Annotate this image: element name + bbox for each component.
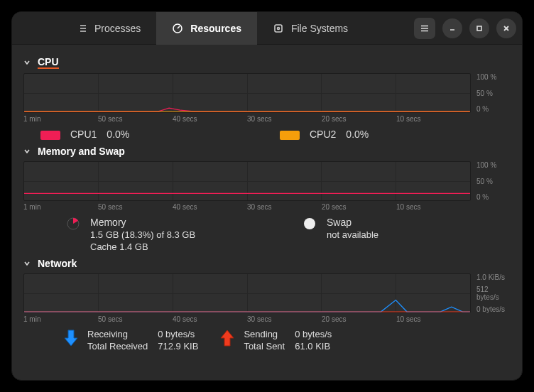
cpu1-legend-item[interactable]: CPU1 0.0% xyxy=(40,129,271,140)
swap-usage: not available xyxy=(327,229,378,240)
xtick: 40 secs xyxy=(173,315,247,323)
xtick: 20 secs xyxy=(322,203,396,211)
section-title: Network xyxy=(38,258,77,269)
memory-chart: 100 % 50 % 0 % xyxy=(23,161,511,201)
titlebar: Processes Resources File Systems xyxy=(12,12,522,45)
xtick: 50 secs xyxy=(98,315,173,323)
svg-line-7 xyxy=(178,26,180,28)
ytick: 0 % xyxy=(476,105,511,113)
memory-chart-area xyxy=(23,161,471,201)
xtick: 10 secs xyxy=(396,115,471,123)
memory-x-axis: 1 min 50 secs 40 secs 30 secs 20 secs 10… xyxy=(23,203,511,211)
cpu1-swatch xyxy=(40,131,60,140)
cpu-legend: CPU1 0.0% CPU2 0.0% xyxy=(23,129,511,140)
legend-label: CPU2 xyxy=(310,129,336,140)
send-rate: 0 bytes/s xyxy=(295,329,332,339)
ytick: 50 % xyxy=(476,89,511,97)
memory-y-axis: 100 % 50 % 0 % xyxy=(474,161,511,201)
send-label: Sending xyxy=(244,329,285,339)
memory-title: Memory xyxy=(90,217,195,228)
legend-value: 0.0% xyxy=(346,129,369,140)
xtick: 1 min xyxy=(23,315,98,323)
network-x-axis: 1 min 50 secs 40 secs 30 secs 20 secs 10… xyxy=(23,315,511,323)
tab-label: Resources xyxy=(190,23,241,34)
swap-item[interactable]: Swap not available xyxy=(303,217,511,252)
recv-label: Receiving xyxy=(87,329,148,339)
cpu-chart-area xyxy=(23,73,471,113)
cpu-section-header[interactable]: CPU xyxy=(23,56,511,69)
ytick: 1.0 KiB/s xyxy=(476,273,511,281)
memory-item[interactable]: Memory 1.5 GB (18.3%) of 8.3 GB Cache 1.… xyxy=(66,217,274,252)
tab-bar: Processes Resources File Systems xyxy=(60,12,364,45)
memory-pie-icon xyxy=(66,217,80,231)
chevron-down-icon xyxy=(23,147,32,156)
maximize-button[interactable] xyxy=(469,18,489,38)
list-icon xyxy=(76,23,87,34)
network-y-axis: 1.0 KiB/s 512 bytes/s 0 bytes/s xyxy=(474,273,511,313)
swap-pie-icon xyxy=(303,217,317,231)
recv-total-label: Total Received xyxy=(87,341,148,352)
tab-filesystems[interactable]: File Systems xyxy=(257,12,364,45)
cpu2-swatch xyxy=(280,131,300,140)
send-total-label: Total Sent xyxy=(244,341,285,352)
xtick: 20 secs xyxy=(322,115,396,123)
ytick: 50 % xyxy=(476,178,511,185)
xtick: 40 secs xyxy=(173,115,247,123)
tab-resources[interactable]: Resources xyxy=(156,12,257,45)
network-chart-area xyxy=(23,273,471,313)
xtick: 10 secs xyxy=(396,315,471,323)
tab-label: File Systems xyxy=(291,23,348,34)
xtick: 50 secs xyxy=(98,203,173,211)
chevron-down-icon xyxy=(23,58,32,67)
ytick: 512 bytes/s xyxy=(476,285,511,301)
xtick: 1 min xyxy=(23,115,98,123)
memory-legend: Memory 1.5 GB (18.3%) of 8.3 GB Cache 1.… xyxy=(23,217,511,252)
svg-rect-14 xyxy=(477,26,481,31)
section-title: CPU xyxy=(38,56,59,69)
xtick: 30 secs xyxy=(247,203,322,211)
swap-title: Swap xyxy=(327,217,378,228)
svg-rect-8 xyxy=(275,25,282,32)
ytick: 0 % xyxy=(476,193,511,201)
content-area: CPU 100 % 50 % 0 % 1 min 50 secs 4 xyxy=(12,45,522,380)
xtick: 30 secs xyxy=(247,315,322,323)
hamburger-menu-button[interactable] xyxy=(414,18,435,39)
ytick: 0 bytes/s xyxy=(476,305,511,313)
legend-label: CPU1 xyxy=(70,129,97,140)
memory-cache: Cache 1.4 GB xyxy=(90,241,195,252)
upload-arrow-icon xyxy=(219,329,235,347)
receiving-item[interactable]: Receiving 0 bytes/s Total Received 712.9… xyxy=(63,329,198,352)
memory-usage: 1.5 GB (18.3%) of 8.3 GB xyxy=(90,229,195,240)
xtick: 10 secs xyxy=(396,203,471,211)
xtick: 1 min xyxy=(23,203,98,211)
legend-value: 0.0% xyxy=(107,129,129,140)
network-legend: Receiving 0 bytes/s Total Received 712.9… xyxy=(23,329,511,352)
send-total: 61.0 KIB xyxy=(295,341,332,352)
section-title: Memory and Swap xyxy=(38,146,125,157)
speedometer-icon xyxy=(172,23,183,34)
cpu-chart: 100 % 50 % 0 % xyxy=(23,73,511,113)
close-button[interactable] xyxy=(496,18,516,38)
svg-point-9 xyxy=(277,27,279,29)
ytick: 100 % xyxy=(476,161,511,169)
network-section-header[interactable]: Network xyxy=(23,258,511,269)
cpu-y-axis: 100 % 50 % 0 % xyxy=(474,73,511,113)
recv-total: 712.9 KIB xyxy=(158,341,198,352)
system-monitor-window: Processes Resources File Systems xyxy=(11,11,523,381)
xtick: 50 secs xyxy=(98,115,173,123)
xtick: 40 secs xyxy=(173,203,247,211)
svg-point-18 xyxy=(304,218,315,229)
minimize-button[interactable] xyxy=(442,18,462,38)
recv-rate: 0 bytes/s xyxy=(158,329,198,339)
disk-icon xyxy=(273,23,284,34)
chevron-down-icon xyxy=(23,259,32,268)
download-arrow-icon xyxy=(63,329,79,347)
cpu-x-axis: 1 min 50 secs 40 secs 30 secs 20 secs 10… xyxy=(23,115,511,123)
ytick: 100 % xyxy=(476,73,511,81)
network-chart: 1.0 KiB/s 512 bytes/s 0 bytes/s xyxy=(23,273,511,313)
xtick: 30 secs xyxy=(247,115,322,123)
cpu2-legend-item[interactable]: CPU2 0.0% xyxy=(280,129,511,140)
tab-processes[interactable]: Processes xyxy=(60,12,156,45)
sending-item[interactable]: Sending 0 bytes/s Total Sent 61.0 KIB xyxy=(219,329,332,352)
memory-section-header[interactable]: Memory and Swap xyxy=(23,146,511,157)
